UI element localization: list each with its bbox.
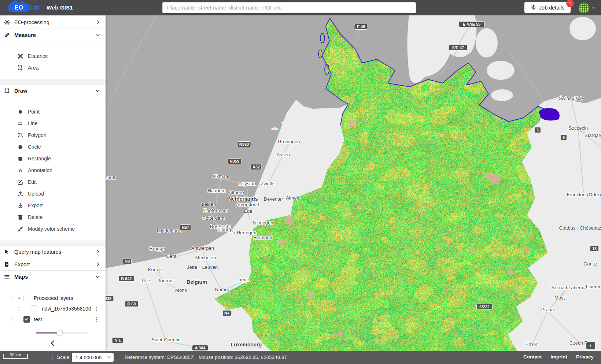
sidebar-item-draw[interactable]: Draw xyxy=(0,85,106,97)
svg-text:6/222: 6/222 xyxy=(479,305,490,309)
layer-checkbox[interactable] xyxy=(31,305,37,312)
sidebar-subitem-polygon[interactable]: Polygon xyxy=(0,129,106,141)
polygon-icon xyxy=(4,88,12,94)
sidebar-item-label: Export xyxy=(14,261,95,267)
map-attribution-button[interactable]: i xyxy=(586,342,595,349)
sidebar-subitem-area[interactable]: Area xyxy=(0,62,106,74)
road-shield: 6/222 xyxy=(477,304,493,310)
map-label: Namur xyxy=(215,287,229,292)
sidebar-subitem-label: Export xyxy=(28,203,43,208)
map-label: Frankfurt (Oder) xyxy=(567,192,601,197)
section-divider xyxy=(0,240,106,246)
sidebar-item-label: Measure xyxy=(14,32,95,38)
sidebar-subitem-point[interactable]: Point xyxy=(0,106,106,118)
sidebar-subitem-rectangle[interactable]: Rectangle xyxy=(0,153,106,164)
sidebar-item-maps[interactable]: Maps xyxy=(0,271,106,283)
scale-select[interactable]: 1:4.000.000 xyxy=(72,353,114,362)
map-canvas[interactable]: stoftGroningenAssenAlkmaarLelystadZwolle… xyxy=(106,15,601,351)
footer-link-contact[interactable]: Contact xyxy=(523,354,542,360)
map-label: Saint-Quentin xyxy=(151,337,181,342)
map-label: Praha xyxy=(541,307,554,312)
road-shield: A 304 xyxy=(192,345,208,351)
sidebar-subitem-label: Point xyxy=(28,109,40,115)
svg-text:N 1: N 1 xyxy=(114,338,121,342)
layer-row-ndvi: ndvi_1675953558100 xyxy=(0,304,106,315)
edit-icon xyxy=(17,179,24,186)
eolab-logo[interactable]: EO lab xyxy=(8,3,40,12)
sidebar-collapse-button[interactable] xyxy=(48,339,58,348)
divider xyxy=(193,354,193,361)
sidebar-item-eo-processing[interactable]: EO-processing xyxy=(0,15,106,29)
top-bar: EO lab Web GIS1 Job details 1 xyxy=(0,0,601,15)
sidebar-subitem-label: Annotation xyxy=(28,167,52,173)
chevron-down-icon xyxy=(95,274,101,280)
sidebar-subitem-distance[interactable]: Distance xyxy=(0,50,106,62)
map-label: Cottbus - Chóśebuz xyxy=(559,225,601,231)
divider xyxy=(118,354,118,361)
job-details-label: Job details xyxy=(539,5,564,11)
map-label: Liberec xyxy=(586,284,601,289)
svg-text:N383: N383 xyxy=(239,142,249,146)
sidebar-subitem-delete[interactable]: Delete xyxy=(0,211,106,223)
map-label: Jette xyxy=(187,264,197,270)
sidebar-subitem-upload[interactable]: Upload xyxy=(0,188,106,200)
layer-checkbox[interactable] xyxy=(23,343,30,350)
sidebar-subitem-label: Circle xyxy=(28,144,41,150)
sidebar-subitem-edit[interactable]: Edit xyxy=(0,176,106,188)
drag-handle-icon[interactable] xyxy=(16,306,22,312)
status-bar: 50 km Scale: 1:4.000.000 Reference syste… xyxy=(0,351,601,364)
map-label: Groningen xyxy=(278,139,300,144)
map-label: Ústí nad Labem xyxy=(549,285,583,290)
line-icon xyxy=(17,120,24,127)
map-label: Most xyxy=(554,295,565,301)
road-shield: 9/E 47 xyxy=(449,45,467,51)
sidebar-subitem-circle[interactable]: Circle xyxy=(0,141,106,153)
sidebar-item-query-map-features[interactable]: Query map features xyxy=(0,246,106,258)
footer-link-privacy[interactable]: Privacy xyxy=(576,354,594,360)
road-shield: N359 xyxy=(228,159,241,164)
kebab-menu-icon[interactable] xyxy=(93,306,100,312)
footer-link-imprint[interactable]: Imprint xyxy=(550,354,567,360)
caret-down-icon[interactable] xyxy=(16,296,22,301)
sidebar-subitem-label: Edit xyxy=(28,179,37,185)
job-details-button[interactable]: Job details xyxy=(524,2,571,13)
map-label: Mechelen xyxy=(195,255,216,260)
road-shield: E 47/E 55 xyxy=(459,22,484,27)
chevron-down-icon xyxy=(95,88,101,94)
sidebar-subitem-annotation[interactable]: AAnnotation xyxy=(0,164,106,176)
slider-thumb[interactable] xyxy=(57,330,63,336)
annotation-icon: A xyxy=(17,167,24,174)
sidebar-item-label: Query map features xyxy=(14,249,95,255)
sidebar-subitem-label: Delete xyxy=(28,214,43,220)
map-label: Belgium xyxy=(187,279,207,285)
drag-handle-icon[interactable] xyxy=(8,317,14,323)
drag-handle-icon[interactable] xyxy=(8,296,14,302)
avatar[interactable] xyxy=(579,3,589,13)
road-shield: D 60 xyxy=(125,301,138,307)
chevron-down-icon[interactable] xyxy=(591,5,596,12)
kebab-menu-icon[interactable] xyxy=(93,316,100,323)
logo-text-eo: EO xyxy=(15,4,23,11)
file-export-icon xyxy=(4,261,12,268)
map-label: Plzeň xyxy=(526,342,538,347)
sidebar-subitem-export[interactable]: Export xyxy=(0,200,106,211)
chevron-right-icon xyxy=(95,261,101,268)
road-shield: N 1 xyxy=(112,338,123,343)
ruler-icon xyxy=(4,32,12,38)
sidebar-item-measure[interactable]: Measure xyxy=(0,29,106,41)
layer-checkbox[interactable] xyxy=(23,295,30,301)
sidebar-item-label: Maps xyxy=(14,274,95,280)
sidebar-subitem-modify-color-scheme[interactable]: Modify color scheme xyxy=(0,223,106,235)
map-label: Middelburg xyxy=(157,228,180,234)
search-input[interactable] xyxy=(162,2,416,13)
layer-checkbox[interactable] xyxy=(23,316,30,323)
scale-bar: 50 km xyxy=(3,354,28,359)
sidebar-item-export[interactable]: Export xyxy=(0,258,106,271)
road-shield: N8 xyxy=(123,259,131,264)
opacity-slider[interactable] xyxy=(36,332,88,334)
map-label: Świnoujście xyxy=(559,96,584,101)
gear-icon xyxy=(4,19,12,26)
map-label: Alkmaar xyxy=(212,174,230,179)
sidebar-subitem-line[interactable]: Line xyxy=(0,118,106,129)
sidebar-subitem-label: Line xyxy=(28,120,37,126)
